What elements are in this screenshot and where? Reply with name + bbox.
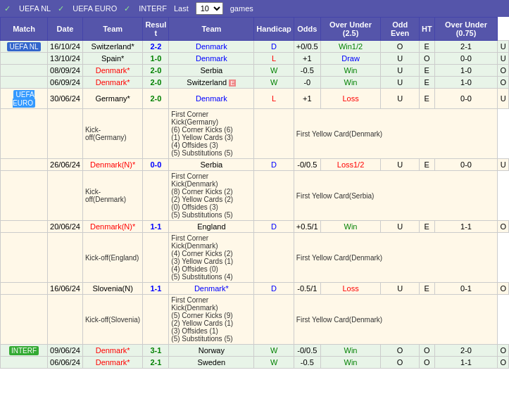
ou25-cell: O	[381, 345, 420, 357]
outcome-cell: D	[254, 221, 294, 233]
date-cell: 13/10/24	[48, 53, 83, 65]
table-row: 20/06/24 Denmark(N)* 1-1 England D +0.5/…	[1, 221, 509, 233]
handicap-cell: +1	[294, 89, 320, 109]
competition-cell	[1, 283, 48, 295]
ht-cell: 0-0	[434, 89, 498, 109]
detail-empty	[48, 295, 83, 345]
table-row: 16/06/24 Slovenia(N) 1-1 Denmark* D -0.5…	[1, 283, 509, 295]
ou075-cell: O	[498, 221, 509, 233]
handicap-cell: -0/0.5	[294, 345, 320, 357]
table-row: 26/06/24 Denmark(N)* 0-0 Serbia D -0/0.5…	[1, 159, 509, 171]
oe-cell: E	[419, 159, 434, 171]
detail-comp	[1, 109, 48, 159]
outcome-cell: L	[254, 53, 294, 65]
oe-cell: E	[419, 89, 434, 109]
outcome-cell: W	[254, 357, 294, 369]
outcome-cell: W	[254, 65, 294, 77]
result-cell: 2-1	[143, 357, 169, 369]
team2-cell: Denmark	[169, 41, 254, 53]
detail-yellow: First Yellow Card(Denmark)	[294, 109, 498, 159]
date-cell: 08/09/24	[48, 65, 83, 77]
oe-cell: E	[419, 41, 434, 53]
ou075-cell: O	[498, 357, 509, 369]
table-row: 13/10/24 Spain* 1-0 Denmark L +1 Draw U …	[1, 53, 509, 65]
detail-yellow: First Yellow Card(Denmark)	[294, 233, 498, 283]
ou25-cell: U	[381, 65, 420, 77]
odds-cell: Loss	[320, 283, 381, 295]
team1-cell: Spain*	[82, 53, 142, 65]
date-cell: 26/06/24	[48, 159, 83, 171]
ou25-cell: U	[381, 89, 420, 109]
result-cell: 2-2	[143, 41, 169, 53]
ht-cell: 1-0	[434, 77, 498, 89]
oe-cell: E	[419, 221, 434, 233]
odds-cell: Win	[320, 345, 381, 357]
odds-cell: Loss1/2	[320, 159, 381, 171]
date-cell: 16/06/24	[48, 283, 83, 295]
detail-empty	[48, 171, 83, 221]
detail-comp	[1, 171, 48, 221]
ou075-cell: O	[498, 345, 509, 357]
date-cell: 06/09/24	[48, 77, 83, 89]
detail-empty3	[254, 109, 294, 159]
uefa-euro-label[interactable]: UEFA EURO	[73, 4, 117, 13]
team1-cell: Slovenia(N)	[82, 283, 142, 295]
detail-empty2	[143, 109, 169, 159]
detail-corner: First Corner Kick(Germany)(6) Corner Kic…	[169, 109, 254, 159]
detail-empty3	[254, 171, 294, 221]
ou075-cell: O	[498, 77, 509, 89]
detail-row: Kick-off(England) First Corner Kick(Denm…	[1, 233, 509, 283]
detail-corner: First Corner Kick(Denmark)(4) Corner Kic…	[169, 233, 254, 283]
table-row: 06/09/24 Denmark* 2-0 Switzerland E W -0…	[1, 77, 509, 89]
team1-cell: Switzerland*	[82, 41, 142, 53]
competition-cell	[1, 159, 48, 171]
detail-kickoff: Kick-off(Germany)	[82, 109, 142, 159]
ou25-cell: O	[381, 41, 420, 53]
detail-empty3	[254, 295, 294, 345]
odds-cell: Win	[320, 65, 381, 77]
team1-cell: Denmark*	[82, 357, 142, 369]
result-cell: 2-0	[143, 77, 169, 89]
interf-label[interactable]: INTERF	[139, 4, 167, 13]
team2-cell: Serbia	[169, 65, 254, 77]
detail-yellow: First Yellow Card(Serbia)	[294, 171, 498, 221]
ou075-cell: O	[498, 283, 509, 295]
oe-cell: E	[419, 65, 434, 77]
odds-cell: Loss	[320, 89, 381, 109]
table-row: 06/06/24 Denmark* 2-1 Sweden W -0.5 Win …	[1, 357, 509, 369]
check-icon-3: ✓	[124, 4, 130, 13]
last-select[interactable]: 10 20 30	[196, 2, 223, 15]
oe-cell: O	[419, 345, 434, 357]
team1-cell: Denmark*	[82, 65, 142, 77]
ou25-cell: O	[381, 357, 420, 369]
detail-row: Kick-off(Germany) First Corner Kick(Germ…	[1, 109, 509, 159]
outcome-cell: L	[254, 89, 294, 109]
competition-cell	[1, 53, 48, 65]
last-label: Last	[174, 4, 189, 13]
ou075-cell: U	[498, 159, 509, 171]
team1-cell: Denmark*	[82, 77, 142, 89]
team2-cell: Norway	[169, 345, 254, 357]
outcome-cell: D	[254, 41, 294, 53]
date-cell: 06/06/24	[48, 357, 83, 369]
detail-row: Kick-off(Denmark) First Corner Kick(Denm…	[1, 171, 509, 221]
ou25-cell: U	[381, 53, 420, 65]
col-odds: Odds	[294, 18, 320, 41]
team2-cell: England	[169, 221, 254, 233]
team2-cell: Serbia	[169, 159, 254, 171]
ht-cell: 1-1	[434, 221, 498, 233]
result-cell: 2-0	[143, 89, 169, 109]
result-cell: 1-0	[143, 53, 169, 65]
top-bar: ✓ UEFA NL ✓ UEFA EURO ✓ INTERF Last 10 2…	[0, 0, 509, 17]
detail-empty2	[143, 233, 169, 283]
ht-cell: 0-1	[434, 283, 498, 295]
handicap-cell: +1	[294, 53, 320, 65]
team2-cell: Denmark*	[169, 283, 254, 295]
check-icon-2: ✓	[58, 4, 64, 13]
col-ou075: Over Under (0.75)	[434, 18, 498, 41]
ou25-cell: U	[381, 159, 420, 171]
ht-cell: 0-0	[434, 159, 498, 171]
handicap-cell: -0.5/1	[294, 283, 320, 295]
uefa-nl-label[interactable]: UEFA NL	[19, 4, 51, 13]
competition-cell	[1, 221, 48, 233]
